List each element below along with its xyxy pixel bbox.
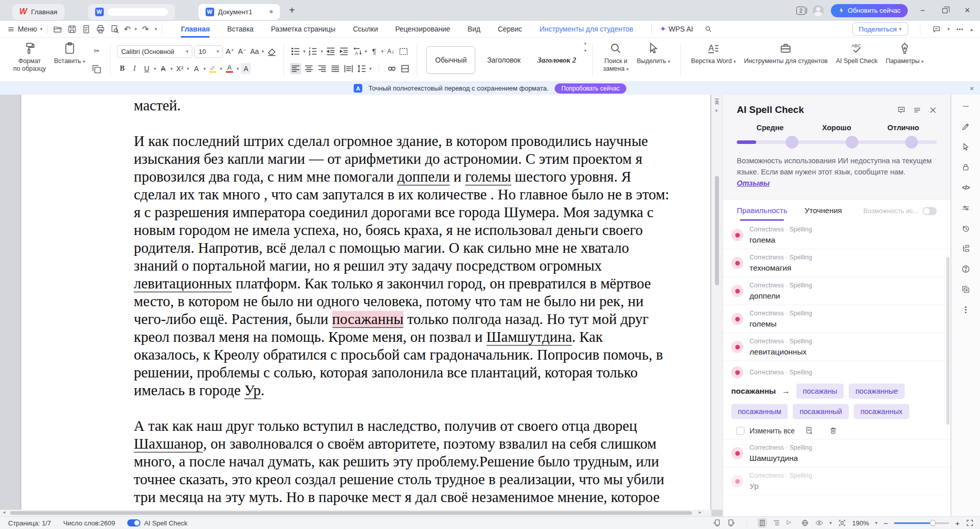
spelling-issue-item[interactable]: Correctness · Spellingголема xyxy=(723,221,950,249)
spelling-issue-item[interactable]: Correctness · SpellingШамшутдина xyxy=(723,439,950,467)
collapse-panel-icon[interactable] xyxy=(961,102,970,111)
select-cursor-icon[interactable] xyxy=(961,142,970,152)
zoom-chevron-icon[interactable]: ▾ xyxy=(875,520,878,525)
font-color-icon[interactable]: A xyxy=(224,63,235,74)
style-Заголовок[interactable]: Заголовок xyxy=(479,46,528,74)
zoom-in-icon[interactable]: + xyxy=(955,519,960,527)
bullet-list-icon[interactable] xyxy=(290,46,301,57)
new-tab-button[interactable]: + xyxy=(289,5,295,16)
fullscreen-icon[interactable] xyxy=(966,519,974,527)
options-button[interactable]: Параметры ▾ xyxy=(882,41,928,79)
spelling-issue-expanded[interactable]: Correctness · Spellingпосажанны→посажаны… xyxy=(723,361,950,439)
spelling-issue-item[interactable]: Correctness · Spellingтехномагия xyxy=(723,249,950,277)
scroll-up-icon[interactable]: ▲ xyxy=(714,108,718,112)
style-Заголовок 2[interactable]: Заголовок 2 xyxy=(532,46,581,74)
more-icon[interactable]: ••• xyxy=(956,26,964,32)
vertical-scrollbar[interactable]: ▲ xyxy=(711,95,723,510)
zoom-value[interactable]: 190% xyxy=(852,519,869,527)
suggestion-chip[interactable]: посажаны xyxy=(796,384,844,399)
bold-icon[interactable]: B xyxy=(117,63,127,74)
menu-tab-Рецензирование[interactable]: Рецензирование xyxy=(395,21,450,38)
selected-misspelled-word[interactable]: посажанны xyxy=(332,311,403,328)
style-Обычный[interactable]: Обычный xyxy=(426,46,475,74)
char-shading-icon[interactable]: A xyxy=(241,63,251,74)
student-tools-button[interactable]: Инструменты для студентов xyxy=(740,41,832,79)
redo-icon[interactable]: ↷ xyxy=(142,24,152,34)
web-view-icon[interactable] xyxy=(801,519,809,527)
quality-slider[interactable] xyxy=(737,140,937,144)
fit-page-icon[interactable] xyxy=(838,519,846,527)
styles-scroll-down-icon[interactable]: ▾ xyxy=(584,48,586,53)
page-border-icon[interactable] xyxy=(398,46,409,57)
shading-icon[interactable] xyxy=(386,63,397,74)
page-indicator[interactable]: Страница: 1/7 xyxy=(8,519,51,527)
decrease-indent-icon[interactable] xyxy=(325,46,336,57)
align-left-icon[interactable] xyxy=(290,63,301,74)
menu-tab-Вставка[interactable]: Вставка xyxy=(227,21,253,38)
spelling-issue-item[interactable]: Correctness · Spellingголемы xyxy=(723,305,950,333)
window-count-badge[interactable]: 2 xyxy=(796,7,805,15)
annotate-pencil-icon[interactable] xyxy=(961,122,970,131)
menu-button[interactable]: Меню xyxy=(18,25,37,33)
collapse-scrollbar-icon[interactable] xyxy=(713,98,721,106)
add-to-dictionary-icon[interactable] xyxy=(805,426,814,435)
minimize-button[interactable]: − xyxy=(915,6,930,15)
close-all-windows-icon[interactable] xyxy=(961,285,970,294)
increase-font-icon[interactable]: A⁺ xyxy=(225,46,235,57)
align-justify-icon[interactable] xyxy=(330,63,341,74)
distribute-icon[interactable] xyxy=(343,63,354,74)
copy-icon[interactable] xyxy=(91,64,102,75)
undo-icon[interactable]: ↶ xyxy=(124,24,133,34)
sort-icon[interactable]: A↓ xyxy=(386,46,396,57)
misspelled-word[interactable]: големы xyxy=(465,168,511,186)
scroll-left-icon[interactable]: ◄ xyxy=(2,510,6,515)
print-preview-icon[interactable] xyxy=(110,24,120,34)
menu-tab-Инструменты для студентов[interactable]: Инструменты для студентов xyxy=(539,21,633,38)
text-effects-icon[interactable]: A xyxy=(191,63,201,74)
comment-chevron-icon[interactable]: ▾ xyxy=(947,26,950,32)
suggestion-chip[interactable]: посажанные xyxy=(849,384,905,399)
zoom-slider[interactable] xyxy=(894,522,949,524)
undo-chevron-icon[interactable]: ▾ xyxy=(134,26,137,32)
feedback-link[interactable]: Отзывы xyxy=(737,179,770,187)
spelling-issue-item[interactable]: Correctness · Spellingлевитационных xyxy=(723,333,950,361)
open-folder-icon[interactable] xyxy=(53,24,63,34)
spellcheck-status-toggle[interactable]: AI Spell Check xyxy=(127,519,187,527)
font-size-select[interactable]: 10▾ xyxy=(194,45,223,58)
horizontal-scroll-thumb[interactable] xyxy=(10,511,692,515)
zoom-slider-knob[interactable] xyxy=(930,520,936,526)
change-case-icon[interactable]: Aa xyxy=(249,46,260,57)
more-actions-chevron-icon[interactable]: ▾ xyxy=(155,26,157,32)
suggestion-chip[interactable]: посажанных xyxy=(854,404,909,419)
border-icon[interactable] xyxy=(399,63,411,74)
page-previous-icon[interactable] xyxy=(713,519,721,527)
menu-tab-Главная[interactable]: Главная xyxy=(181,21,210,38)
quality-slider-handle-3[interactable] xyxy=(905,136,918,149)
wps-ai-button[interactable]: ✦ WPS AI xyxy=(646,24,693,34)
paste-button[interactable]: Вставить ▾ xyxy=(50,41,89,79)
save-icon[interactable] xyxy=(67,24,77,34)
misspelled-word[interactable]: доппели xyxy=(397,168,450,186)
feedback-icon[interactable] xyxy=(897,106,906,114)
avatar[interactable] xyxy=(813,5,824,16)
select-button[interactable]: Выделить ▾ xyxy=(632,41,674,79)
menu-tab-Вид[interactable]: Вид xyxy=(468,21,480,38)
cut-icon[interactable]: ✂ xyxy=(91,45,102,56)
line-spacing-icon[interactable] xyxy=(356,63,367,74)
spelling-issue-item[interactable]: Correctness · SpellingУр xyxy=(723,467,950,495)
comment-icon[interactable] xyxy=(932,25,941,34)
panel-menu-icon[interactable] xyxy=(913,106,921,114)
print-layout-view-icon[interactable] xyxy=(758,519,766,527)
visibility-icon[interactable] xyxy=(815,519,823,527)
find-replace-button[interactable]: Поиск и замена ▾ xyxy=(599,41,632,79)
misspelled-word[interactable]: левитационных xyxy=(134,275,232,292)
text-direction-icon[interactable]: A xyxy=(352,46,363,57)
quality-slider-handle-2[interactable] xyxy=(846,136,858,149)
document-page[interactable]: мастей.И как последний штрих сделал огро… xyxy=(21,95,710,510)
styles-scroll-up-icon[interactable]: ▴ xyxy=(584,41,586,45)
spelling-issue-item[interactable]: Correctness · Spellingдоппели xyxy=(723,277,950,305)
visibility-chevron-icon[interactable]: ▾ xyxy=(829,520,832,525)
decrease-font-icon[interactable]: A⁻ xyxy=(237,46,247,57)
clear-format-icon[interactable] xyxy=(266,46,277,57)
capability-toggle[interactable] xyxy=(923,207,937,215)
